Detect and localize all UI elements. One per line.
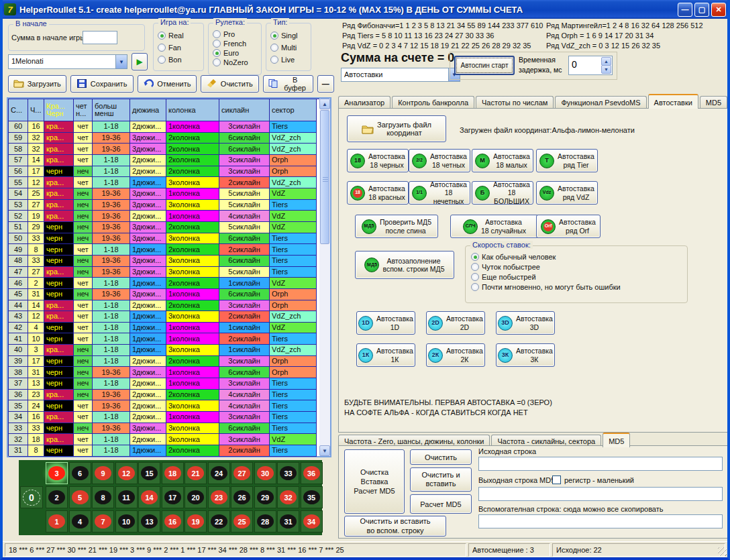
table-row[interactable]: 4531черннеч19-363дюжи...1колонка6сиклайн…: [9, 289, 319, 300]
column-header[interactable]: сиклайн: [219, 99, 270, 121]
autospin-start-button[interactable]: Автоспин старт: [454, 56, 515, 75]
roulette-cell-36[interactable]: 36: [301, 462, 323, 484]
roulette-cell-29[interactable]: 29: [254, 486, 276, 508]
tab-контроль-банкролла[interactable]: Контроль банкролла: [392, 96, 474, 109]
bet-button-ряд-tier[interactable]: ТАвтоставкаряд Tier: [536, 149, 598, 172]
roulette-cell-8[interactable]: 8: [92, 486, 114, 508]
spinner-down-icon[interactable]: ▼: [601, 65, 611, 74]
roulette-cell-34[interactable]: 34: [301, 510, 323, 533]
table-row[interactable]: 5714кра...чет1-182дюжи...2колонка3сиклай…: [9, 155, 319, 166]
tab-анализатор[interactable]: Анализатор: [338, 96, 390, 109]
roulette-cell-19[interactable]: 19: [185, 510, 207, 533]
tab-md5[interactable]: MD5: [700, 96, 727, 109]
roulette-cell-2[interactable]: 2: [46, 486, 68, 508]
bet-button-18-четных[interactable]: 2/2Автоставка18 четных: [409, 149, 470, 172]
table-row[interactable]: 3623кра...неч19-362дюжи...2колонка4сикла…: [9, 390, 319, 401]
radio-как-обычный-человек[interactable]: Как обычный человек: [471, 253, 621, 261]
roulette-cell-17[interactable]: 17: [162, 486, 184, 508]
roulette-cell-33[interactable]: 33: [277, 462, 299, 484]
tab-частоты-по-числам[interactable]: Частоты по числам: [476, 96, 554, 109]
tab-автоставки[interactable]: Автоставки: [648, 94, 698, 109]
play-button[interactable]: ▶: [132, 53, 148, 70]
roulette-cell-16[interactable]: 16: [162, 510, 184, 533]
load-coords-button[interactable]: Загрузить файлкоординат: [347, 115, 446, 142]
radio-почти-мгновенно-но-могут-быть-ошибки[interactable]: Почти мгновенно, но могут быть ошибки: [471, 283, 621, 291]
bet-button-18-красных[interactable]: 18Автоставка18 красных: [347, 181, 409, 205]
radio-multi[interactable]: Multi: [270, 44, 297, 52]
tab-md5[interactable]: MD5: [603, 433, 630, 447]
radio-bon[interactable]: Bon: [158, 56, 184, 64]
calc-md5-button[interactable]: Расчет MD5: [410, 494, 472, 514]
scroll-up-icon[interactable]: ▲: [319, 99, 330, 109]
column-header[interactable]: сектор: [270, 99, 317, 121]
load-button[interactable]: Загрузить: [8, 75, 66, 93]
roulette-cell-6[interactable]: 6: [69, 462, 91, 484]
roulette-cell-22[interactable]: 22: [208, 510, 230, 533]
table-row[interactable]: 498чернчет1-181дюжи...2колонка2сиклайнTi…: [9, 244, 319, 256]
bet-button-2к[interactable]: 2КАвтоставка2К: [426, 343, 485, 367]
table-row[interactable]: 3416кра...чет1-182дюжи...1колонка3сиклай…: [9, 412, 319, 423]
table-row[interactable]: 4414кра...чет1-182дюжи...2колонка3сиклай…: [9, 300, 319, 312]
output-string-input[interactable]: [478, 487, 723, 501]
clear-paste-helper-button[interactable]: Очистить и вставитьво вспом. строку: [344, 516, 446, 537]
bet-button-ряд-orf[interactable]: OrfАвтоставкаряд Orf: [536, 215, 601, 238]
bet-button-3d[interactable]: 3DАвтоставка3D: [496, 311, 555, 335]
clear-paste-calc-button[interactable]: ОчисткаВставкаРасчет MD5: [344, 449, 405, 514]
save-button[interactable]: Сохранить: [70, 75, 134, 93]
radio-singl[interactable]: Singl: [270, 32, 297, 40]
clear-and-paste-button[interactable]: Очистить ивставить: [410, 467, 472, 492]
roulette-cell-35[interactable]: 35: [301, 486, 323, 508]
minus-button[interactable]: —: [317, 75, 334, 93]
minimize-button[interactable]: —: [678, 3, 692, 17]
radio-pro[interactable]: Pro: [213, 30, 248, 38]
roulette-cell-26[interactable]: 26: [231, 486, 253, 508]
scroll-down-icon[interactable]: ▼: [319, 445, 330, 456]
roulette-cell-31[interactable]: 31: [277, 510, 299, 533]
roulette-cell-9[interactable]: 9: [92, 462, 114, 484]
roulette-cell-11[interactable]: 11: [115, 486, 138, 508]
roulette-cell-23[interactable]: 23: [208, 486, 230, 508]
bet-button-ряд-vdz[interactable]: VdzАвтоставкаряд VdZ: [536, 181, 598, 205]
roulette-cell-0[interactable]: 0: [20, 486, 43, 508]
column-header[interactable]: большменш: [93, 99, 130, 121]
table-row[interactable]: 6016кра...чет1-182дюжи...1колонка3сиклай…: [9, 121, 319, 133]
table-row[interactable]: 5129черннеч19-363дюжи...2колонка5сиклайн…: [9, 222, 319, 233]
table-scrollbar[interactable]: ▲ ▼: [319, 99, 330, 456]
close-button[interactable]: ✕: [711, 3, 726, 17]
table-row[interactable]: 5327кра...неч19-363дюжи...3колонка5сикла…: [9, 200, 319, 211]
table-row[interactable]: 318чернчет1-181дюжи...2колонка2сиклайнTi…: [9, 445, 319, 457]
column-header[interactable]: четн...: [74, 99, 93, 121]
table-row[interactable]: 3917черннеч1-182дюжи...2колонка3сиклайнO…: [9, 356, 319, 368]
column-header[interactable]: колонка: [166, 99, 219, 121]
table-row[interactable]: 5033черннеч19-363дюжи...3колонка6сиклайн…: [9, 233, 319, 245]
tab-функционал-psevdoms[interactable]: Функционал PsevdoMS: [555, 96, 646, 109]
roulette-cell-7[interactable]: 7: [92, 510, 114, 533]
table-row[interactable]: 3218кра...чет1-182дюжи...3колонка3сиклай…: [9, 434, 319, 445]
table-row[interactable]: 5425кра...неч19-363дюжи...1колонка5сикла…: [9, 188, 319, 200]
table-row[interactable]: 5617черннеч1-182дюжи...2колонка3сиклайнO…: [9, 166, 319, 178]
table-row[interactable]: 4727кра...неч19-363дюжи...3колонка5сикла…: [9, 267, 319, 278]
start-sum-input[interactable]: [83, 31, 117, 44]
bet-button-18-нечетных[interactable]: 1/1Автоставка18 нечетных: [409, 181, 470, 205]
radio-nozero[interactable]: NoZero: [213, 58, 248, 66]
clean-button[interactable]: Очистить: [201, 75, 259, 93]
column-header[interactable]: С...: [9, 99, 28, 121]
radio-french[interactable]: French: [213, 40, 248, 48]
table-row[interactable]: 5219кра...неч19-362дюжи...1колонка4сикла…: [9, 211, 319, 222]
bet-button-18-черных[interactable]: 18Автоставка18 черных: [347, 149, 409, 172]
bet-button-18-случайных[interactable]: СЛЧАвтоставка18 случайных: [450, 215, 539, 238]
table-row[interactable]: 424чернчет1-181дюжи...1колонка1сиклайнVd…: [9, 323, 319, 334]
maximize-button[interactable]: ▢: [694, 3, 709, 17]
roulette-cell-28[interactable]: 28: [254, 510, 276, 533]
column-header[interactable]: Ч...: [28, 99, 44, 121]
roulette-cell-10[interactable]: 10: [115, 510, 138, 533]
column-header[interactable]: дюжина: [130, 99, 166, 121]
roulette-cell-32[interactable]: 32: [277, 486, 299, 508]
buffer-button[interactable]: В буфер: [263, 75, 313, 93]
radio-fan[interactable]: Fan: [158, 44, 184, 52]
roulette-cell-24[interactable]: 24: [208, 462, 230, 484]
bet-button-1d[interactable]: 1DАвтоставка1D: [356, 311, 415, 335]
radio-real[interactable]: Real: [158, 32, 184, 40]
radio-чуток-побыстрее[interactable]: Чуток побыстрее: [471, 263, 621, 271]
helper-string-input[interactable]: [478, 514, 723, 528]
